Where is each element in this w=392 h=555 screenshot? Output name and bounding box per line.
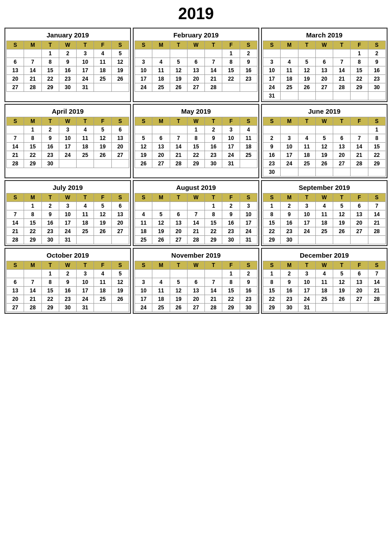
day-cell: 26 [170, 304, 187, 312]
day-cell [205, 49, 222, 58]
day-header: T [41, 261, 59, 270]
day-cell: 16 [281, 287, 298, 295]
day-cell: 27 [187, 304, 204, 312]
day-cell: 27 [170, 236, 187, 244]
day-header: M [24, 193, 41, 202]
day-cell [368, 236, 385, 244]
day-cell: 4 [315, 202, 333, 210]
day-cell: 21 [205, 75, 222, 83]
day-cell: 11 [77, 134, 94, 143]
day-cell: 16 [281, 219, 298, 227]
day-header: S [135, 117, 152, 126]
day-cell: 30 [59, 83, 76, 92]
day-cell: 14 [333, 66, 351, 75]
day-cell [7, 202, 24, 210]
day-cell: 15 [41, 287, 59, 295]
day-cell [7, 126, 24, 134]
day-header: T [333, 193, 351, 202]
day-cell: 1 [263, 270, 281, 278]
day-cell: 22 [41, 75, 59, 83]
day-cell: 11 [135, 219, 152, 227]
day-cell: 27 [111, 227, 129, 236]
day-cell: 5 [170, 278, 187, 287]
day-cell: 30 [368, 83, 385, 92]
day-cell: 23 [41, 227, 59, 236]
day-cell: 21 [333, 75, 351, 83]
day-cell [135, 126, 152, 134]
day-cell: 27 [152, 160, 170, 168]
calendar-grid: January 2019SMTWTFS123456789101112131415… [4, 28, 388, 314]
day-cell: 25 [240, 151, 257, 160]
day-cell: 16 [263, 151, 281, 160]
day-cell: 28 [333, 83, 351, 92]
day-cell [94, 304, 111, 312]
day-cell: 21 [170, 151, 187, 160]
day-cell: 22 [41, 295, 59, 304]
day-cell: 11 [298, 143, 315, 151]
day-cell: 27 [351, 227, 368, 236]
day-cell: 14 [187, 219, 204, 227]
day-cell: 8 [24, 210, 41, 219]
day-cell: 8 [263, 278, 281, 287]
day-cell: 11 [315, 210, 333, 219]
day-cell: 26 [315, 160, 333, 168]
day-cell: 10 [135, 66, 152, 75]
day-cell: 1 [187, 126, 204, 134]
day-cell: 24 [77, 295, 94, 304]
day-cell [7, 270, 24, 278]
day-cell: 2 [281, 270, 298, 278]
day-cell: 21 [24, 295, 41, 304]
day-cell: 8 [41, 278, 59, 287]
day-header: W [59, 117, 76, 126]
day-cell: 23 [41, 151, 59, 160]
day-cell: 23 [281, 227, 298, 236]
day-cell [94, 236, 111, 244]
day-cell: 28 [24, 304, 41, 312]
day-header: F [222, 193, 240, 202]
day-cell: 18 [135, 227, 152, 236]
day-header: M [152, 261, 170, 270]
day-header: T [77, 117, 94, 126]
day-cell: 5 [298, 58, 315, 66]
day-cell: 24 [240, 227, 257, 236]
day-header: S [263, 261, 281, 270]
day-cell [152, 49, 170, 58]
day-cell [187, 49, 204, 58]
day-cell: 31 [59, 236, 76, 244]
day-cell: 4 [298, 134, 315, 143]
month-table: SMTWTFS123456789101112131415161718192021… [135, 117, 257, 168]
year-title: 2019 [4, 4, 388, 23]
day-cell: 7 [7, 134, 24, 143]
day-cell: 25 [315, 295, 333, 304]
day-cell: 14 [24, 66, 41, 75]
day-header: S [111, 193, 129, 202]
day-header: S [368, 117, 385, 126]
day-cell: 7 [351, 134, 368, 143]
day-cell: 10 [77, 278, 94, 287]
day-cell: 7 [368, 270, 385, 278]
day-cell: 24 [298, 227, 315, 236]
day-cell: 25 [298, 160, 315, 168]
day-cell: 3 [77, 49, 94, 58]
day-cell: 1 [205, 202, 222, 210]
day-cell: 9 [41, 210, 59, 219]
day-cell: 17 [240, 219, 257, 227]
day-cell: 8 [263, 210, 281, 219]
day-cell: 2 [59, 270, 76, 278]
day-cell: 4 [315, 270, 333, 278]
day-cell: 15 [24, 143, 41, 151]
day-header: M [24, 261, 41, 270]
day-cell: 19 [94, 143, 111, 151]
day-cell: 20 [187, 75, 204, 83]
day-cell: 14 [368, 278, 385, 287]
day-cell [368, 92, 385, 100]
day-cell [315, 236, 333, 244]
day-cell: 24 [298, 295, 315, 304]
day-cell: 6 [7, 278, 24, 287]
day-cell: 20 [351, 219, 368, 227]
day-cell: 26 [94, 227, 111, 236]
day-cell: 11 [94, 278, 111, 287]
day-header: W [315, 261, 333, 270]
day-cell: 24 [263, 83, 281, 92]
day-cell [205, 270, 222, 278]
